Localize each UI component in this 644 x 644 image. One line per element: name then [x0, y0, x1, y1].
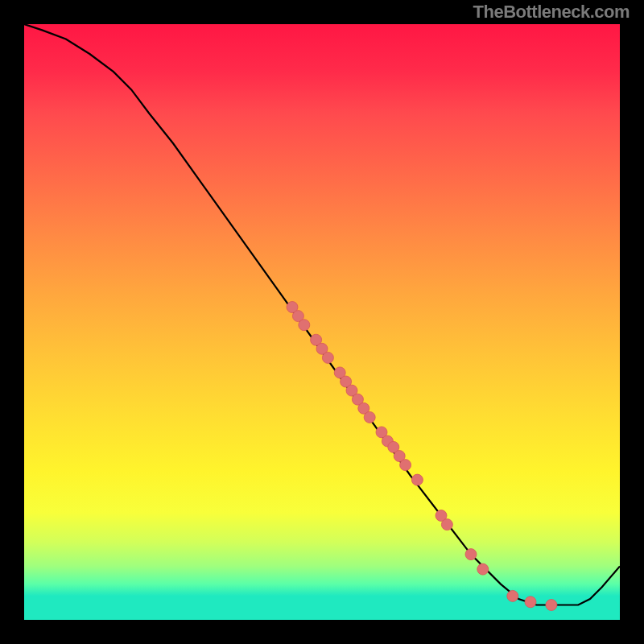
chart-svg — [24, 24, 620, 620]
scatter-point — [400, 460, 411, 471]
scatter-point — [411, 474, 423, 485]
scatter-point — [546, 600, 557, 611]
chart-scatter-points — [287, 302, 557, 611]
chart-curve — [24, 24, 620, 605]
scatter-point — [441, 519, 452, 530]
scatter-point — [299, 320, 310, 331]
scatter-point — [322, 352, 333, 363]
scatter-point — [477, 564, 489, 575]
scatter-point — [364, 411, 375, 423]
scatter-point — [525, 597, 536, 608]
scatter-point — [507, 590, 518, 601]
chart-plot-area — [24, 24, 620, 620]
watermark-text: TheBottleneck.com — [473, 2, 630, 23]
scatter-point — [465, 549, 477, 560]
